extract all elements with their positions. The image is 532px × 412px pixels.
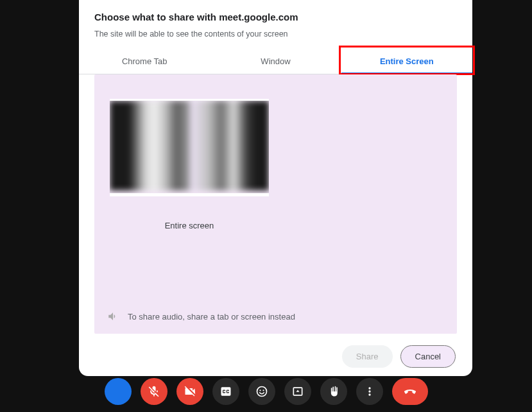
camera-off-icon — [184, 385, 196, 398]
audio-hint-text: To share audio, share a tab or screen in… — [128, 312, 295, 322]
tab-label: Entire Screen — [380, 56, 434, 66]
meet-toolbar — [0, 377, 532, 406]
audio-hint: To share audio, share a tab or screen in… — [107, 311, 295, 322]
svg-point-2 — [262, 390, 264, 391]
more-button[interactable] — [356, 378, 383, 405]
toolbar-button-unknown[interactable] — [105, 378, 132, 405]
mic-off-button[interactable] — [141, 378, 167, 405]
camera-off-button[interactable] — [176, 378, 203, 405]
dialog-subtitle: The site will be able to see the content… — [94, 30, 457, 39]
tab-entire-screen[interactable]: Entire Screen — [341, 50, 472, 74]
end-call-button[interactable] — [392, 378, 428, 405]
dialog-footer: Share Cancel — [79, 334, 472, 368]
share-tabs: Chrome Tab Window Entire Screen — [79, 50, 472, 74]
dialog-title: Choose what to share with meet.google.co… — [94, 12, 457, 22]
hand-icon — [327, 385, 340, 398]
captions-button[interactable] — [212, 378, 239, 405]
captions-icon — [219, 385, 232, 398]
share-dialog: Choose what to share with meet.google.co… — [79, 0, 472, 376]
reactions-button[interactable] — [248, 378, 275, 405]
raise-hand-button[interactable] — [320, 378, 347, 405]
tab-window[interactable]: Window — [210, 50, 341, 74]
share-button[interactable]: Share — [342, 345, 393, 368]
more-vert-icon — [363, 385, 376, 398]
thumbnail-label: Entire screen — [110, 221, 269, 230]
screen-thumbnail[interactable]: Entire screen — [110, 99, 269, 230]
svg-point-6 — [368, 393, 370, 395]
phone-icon — [402, 384, 418, 399]
present-button[interactable] — [284, 378, 311, 405]
mic-off-icon — [148, 385, 160, 398]
screen-preview-image — [110, 101, 269, 191]
tab-chrome-tab[interactable]: Chrome Tab — [79, 50, 210, 74]
svg-point-1 — [259, 390, 261, 391]
speaker-icon — [107, 311, 119, 322]
emoji-icon — [255, 385, 268, 398]
present-icon — [291, 385, 304, 398]
svg-point-5 — [368, 390, 370, 392]
cancel-button[interactable]: Cancel — [400, 345, 456, 368]
svg-point-0 — [257, 387, 266, 397]
svg-point-4 — [368, 387, 370, 389]
share-content-area: Entire screen To share audio, share a ta… — [94, 74, 457, 334]
